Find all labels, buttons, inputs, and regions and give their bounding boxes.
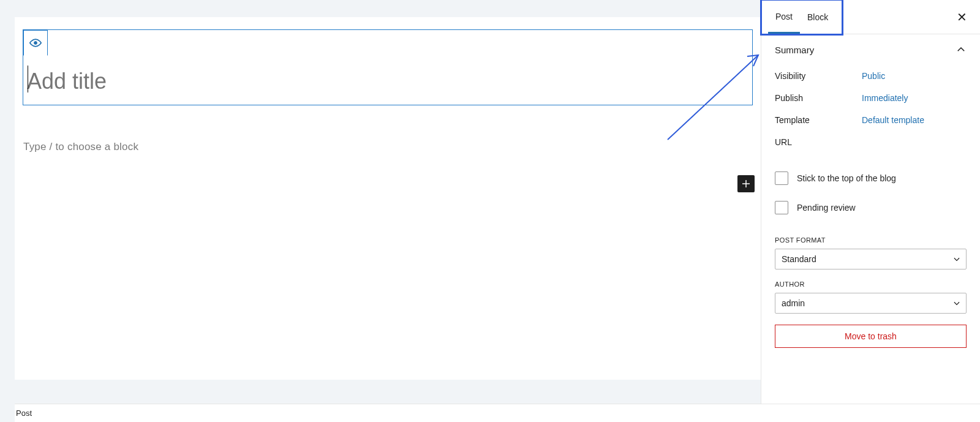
template-value[interactable]: Default template: [862, 115, 924, 125]
summary-checkboxes: Stick to the top of the blog Pending rev…: [761, 153, 980, 234]
trash-label: Move to trash: [845, 331, 897, 341]
post-format-select[interactable]: Standard: [775, 249, 967, 269]
tab-block[interactable]: Block: [800, 1, 835, 34]
add-block-button[interactable]: [737, 175, 755, 192]
tab-post[interactable]: Post: [768, 1, 800, 34]
text-cursor: [28, 66, 28, 92]
editor-footer: Post: [15, 404, 980, 422]
visibility-label: Visibility: [775, 71, 862, 81]
block-placeholder[interactable]: Type / to choose a block: [23, 141, 138, 153]
author-label: AUTHOR: [775, 281, 967, 288]
close-sidebar-button[interactable]: ✕: [951, 0, 973, 34]
svg-point-0: [34, 42, 37, 45]
plus-icon: [741, 178, 752, 189]
sticky-row: Stick to the top of the blog: [775, 167, 967, 196]
tabs-highlight-box: Post Block: [760, 0, 843, 36]
chevron-down-icon: [952, 255, 961, 263]
url-label: URL: [775, 137, 862, 147]
close-icon: ✕: [957, 10, 967, 24]
author-select[interactable]: admin: [775, 293, 967, 314]
eye-icon: [29, 39, 42, 47]
post-format-label: POST FORMAT: [775, 236, 967, 244]
post-title-input[interactable]: [23, 55, 752, 105]
template-row: Template Default template: [761, 109, 980, 131]
visibility-row: Visibility Public: [761, 65, 980, 87]
settings-sidebar: Post Block ✕ Summary Visibility Public P…: [761, 0, 980, 422]
visibility-value[interactable]: Public: [862, 71, 885, 81]
pending-row: Pending review: [775, 196, 967, 225]
pending-label: Pending review: [797, 203, 856, 213]
breadcrumb-post[interactable]: Post: [16, 409, 32, 418]
post-format-field: POST FORMAT Standard: [761, 234, 980, 269]
preview-tab[interactable]: [23, 30, 48, 56]
pending-checkbox[interactable]: [775, 201, 788, 214]
publish-value[interactable]: Immediately: [862, 93, 908, 103]
author-field: AUTHOR admin: [761, 269, 980, 314]
move-to-trash-button[interactable]: Move to trash: [775, 325, 967, 348]
chevron-up-icon: [956, 44, 967, 55]
title-block[interactable]: [23, 29, 753, 105]
author-value: admin: [782, 298, 805, 308]
post-format-value: Standard: [782, 254, 816, 264]
sticky-checkbox[interactable]: [775, 171, 788, 185]
sidebar-tabs: Post Block ✕: [761, 0, 980, 34]
summary-panel-toggle[interactable]: Summary: [761, 34, 980, 65]
publish-label: Publish: [775, 93, 862, 103]
publish-row: Publish Immediately: [761, 87, 980, 109]
sticky-label: Stick to the top of the blog: [797, 173, 896, 183]
editor-canvas: Type / to choose a block: [15, 17, 761, 380]
chevron-down-icon: [952, 299, 961, 307]
template-label: Template: [775, 115, 862, 125]
summary-heading: Summary: [775, 45, 814, 55]
url-row: URL: [761, 131, 980, 153]
